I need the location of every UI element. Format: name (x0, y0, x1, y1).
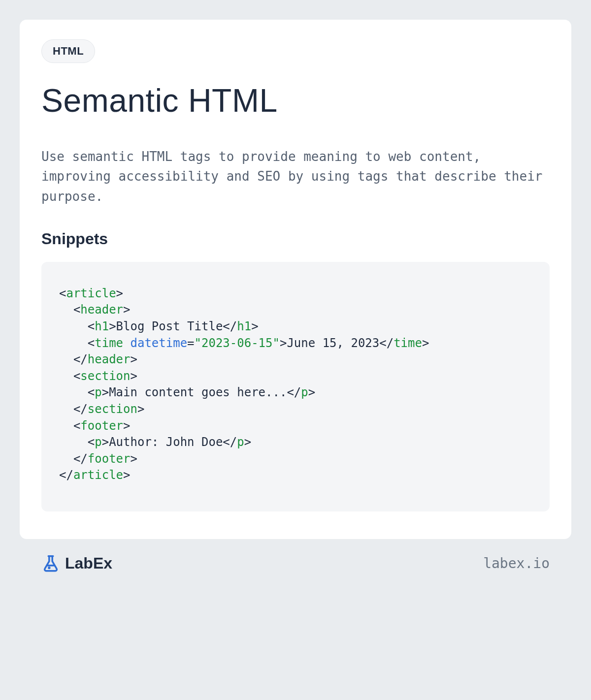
snippets-heading: Snippets (41, 230, 550, 248)
page-footer: LabEx labex.io (20, 539, 571, 573)
page-description: Use semantic HTML tags to provide meanin… (41, 147, 550, 206)
svg-point-0 (49, 568, 50, 569)
code-snippet: <article> <header> <h1>Blog Post Title</… (41, 262, 550, 511)
brand-name: LabEx (65, 554, 112, 573)
brand: LabEx (41, 554, 112, 573)
brand-url: labex.io (483, 555, 550, 572)
content-card: HTML Semantic HTML Use semantic HTML tag… (20, 20, 571, 539)
page: HTML Semantic HTML Use semantic HTML tag… (0, 0, 591, 573)
category-badge: HTML (41, 39, 95, 63)
page-title: Semantic HTML (41, 82, 550, 119)
flask-icon (41, 554, 60, 573)
